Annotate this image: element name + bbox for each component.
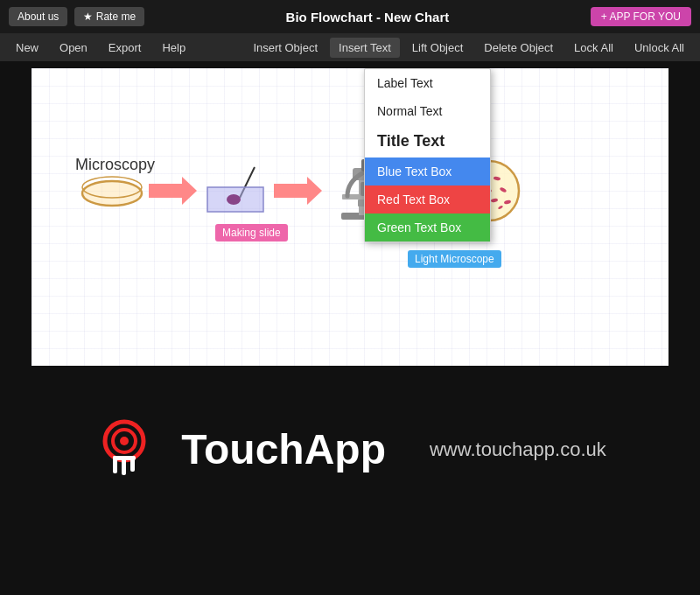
svg-rect-31 bbox=[130, 456, 135, 472]
menu-new[interactable]: New bbox=[7, 38, 47, 58]
app-bar: About us ★ Rate me Bio Flowchart - New C… bbox=[0, 0, 700, 33]
dropdown-blue-text-box[interactable]: Blue Text Box bbox=[365, 158, 490, 186]
dropdown-green-text-box[interactable]: Green Text Box bbox=[365, 214, 490, 242]
about-button[interactable]: About us bbox=[9, 7, 67, 26]
menu-lift-object[interactable]: Lift Object bbox=[403, 38, 472, 58]
branding-section: TouchApp www.touchapp.co.uk bbox=[0, 373, 700, 526]
main-canvas[interactable]: Microscopy bbox=[32, 68, 668, 366]
making-slide-tag: Making slide bbox=[215, 224, 288, 242]
slide-container bbox=[200, 163, 270, 220]
dropdown-red-text-box[interactable]: Red Text Box bbox=[365, 186, 490, 214]
petri-dish bbox=[80, 172, 145, 211]
menu-insert-object[interactable]: Insert Object bbox=[244, 38, 326, 58]
svg-rect-30 bbox=[122, 456, 126, 475]
rate-button[interactable]: ★ Rate me bbox=[74, 7, 144, 26]
dropdown-label-text[interactable]: Label Text bbox=[365, 69, 490, 97]
brand-url: www.touchapp.co.uk bbox=[430, 438, 606, 461]
dropdown-normal-text[interactable]: Normal Text bbox=[365, 97, 490, 125]
arrow-1 bbox=[149, 173, 197, 208]
app-title: Bio Flowchart - New Chart bbox=[144, 10, 591, 24]
menu-delete-object[interactable]: Delete Object bbox=[475, 38, 562, 58]
svg-marker-6 bbox=[274, 177, 322, 205]
menu-insert-text[interactable]: Insert Text bbox=[330, 38, 400, 58]
app-for-you-button[interactable]: + APP FOR YOU bbox=[591, 7, 691, 26]
svg-rect-29 bbox=[113, 456, 117, 473]
svg-point-32 bbox=[120, 437, 129, 445]
touch-icon-svg bbox=[94, 419, 155, 480]
slide-svg bbox=[200, 163, 270, 220]
arrow-1-svg bbox=[149, 173, 197, 208]
app-bar-left: About us ★ Rate me bbox=[9, 7, 144, 26]
menu-help[interactable]: Help bbox=[153, 38, 194, 58]
light-microscope-tag: Light Microscope bbox=[408, 250, 501, 268]
svg-marker-2 bbox=[149, 177, 197, 205]
svg-point-0 bbox=[82, 181, 142, 206]
dropdown-title-text[interactable]: Title Text bbox=[365, 125, 490, 158]
menu-unlock-all[interactable]: Unlock All bbox=[626, 38, 693, 58]
menu-bar: New Open Export Help Insert Object Inser… bbox=[0, 33, 700, 61]
menu-export[interactable]: Export bbox=[100, 38, 150, 58]
menu-open[interactable]: Open bbox=[51, 38, 96, 58]
canvas-wrapper: Microscopy bbox=[0, 61, 700, 373]
petri-dish-svg bbox=[80, 172, 145, 211]
touch-icon bbox=[94, 419, 155, 480]
brand-info: TouchApp bbox=[181, 425, 386, 473]
app-wrapper: About us ★ Rate me Bio Flowchart - New C… bbox=[0, 0, 700, 595]
svg-point-5 bbox=[227, 194, 241, 205]
brand-name: TouchApp bbox=[181, 425, 386, 473]
menu-lock-all[interactable]: Lock All bbox=[565, 38, 622, 58]
insert-text-dropdown: Label Text Normal Text Title Text Blue T… bbox=[364, 68, 491, 242]
arrow-2-svg bbox=[274, 173, 322, 208]
arrow-2 bbox=[274, 173, 322, 208]
